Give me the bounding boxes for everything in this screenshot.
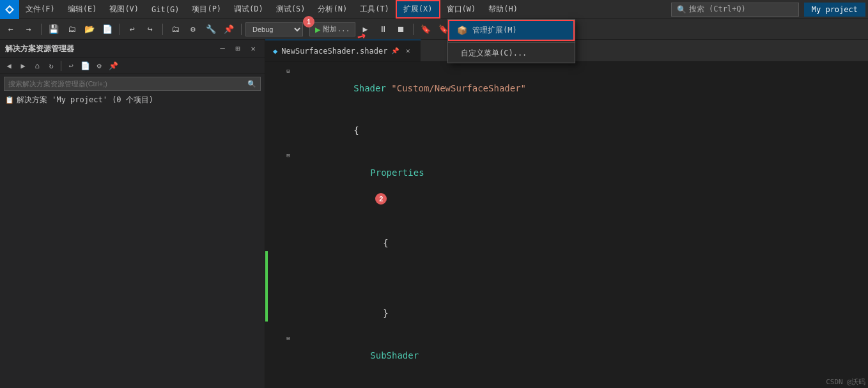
code-content-9: { [297, 376, 868, 388]
sidebar-toolbar: ◀ ▶ ⌂ ↻ ↩ 📄 ⚙ 📌 [0, 58, 265, 74]
menu-file[interactable]: 文件(F) [19, 0, 61, 19]
fold-btn-1[interactable]: ⊟ [284, 67, 292, 75]
project-button[interactable]: My project [804, 3, 865, 17]
code-content-8: SubShader [297, 334, 868, 376]
code-line-5 [265, 264, 868, 278]
separator-1 [41, 24, 42, 35]
menu-view[interactable]: 视图(V) [103, 0, 145, 19]
code-editor[interactable]: ⊟ Shader "Custom/NewSurfaceShader" { ⊟ [265, 62, 868, 388]
redo-button[interactable]: ↪ [142, 22, 159, 37]
watermark: CSDN @沃码 [826, 377, 865, 387]
sidebar-title: 解决方案资源管理器 [5, 43, 74, 54]
solution-explorer-button[interactable]: 🗂 [167, 22, 183, 37]
code-content-4: { [297, 222, 868, 264]
new-file-button[interactable]: 📄 [99, 22, 116, 37]
dropdown-customize-menu[interactable]: 自定义菜单(C)... [448, 44, 575, 63]
menu-test[interactable]: 测试(S) [270, 0, 312, 19]
tab-label: NewSurfaceShader.shader [281, 47, 387, 56]
save-all-button[interactable]: 🗂 [63, 22, 80, 37]
code-content-3: Properties 2 [297, 151, 868, 222]
sidebar-search-icon: 🔍 [247, 80, 256, 88]
forward-button[interactable]: → [20, 22, 37, 37]
fold-btn-8[interactable]: ⊟ [284, 334, 292, 342]
sidebar-header-icons: ─ ⊞ ✕ [216, 42, 260, 55]
search-placeholder-text: 搜索 (Ctrl+Q) [689, 4, 746, 15]
undo-button[interactable]: ↩ [124, 22, 141, 37]
toolbar: ← → 💾 🗂 📂 📄 ↩ ↪ 🗂 ⚙ 🔧 📌 Debug Release ▶ … [0, 19, 868, 40]
menu-window[interactable]: 窗口(W) [440, 0, 483, 19]
editor-area: ◆ NewSurfaceShader.shader 📌 ✕ ⊟ Shader "… [265, 40, 868, 388]
solution-icon: 📋 [5, 96, 14, 104]
separator-3 [162, 24, 163, 35]
toolbar-more-3[interactable]: ⏹ [392, 22, 409, 37]
sidebar-search-box[interactable]: 🔍 [4, 77, 261, 91]
code-line-7: } [265, 292, 868, 334]
title-right: 🔍 搜索 (Ctrl+Q) My project [671, 3, 868, 17]
tab-shader[interactable]: ◆ NewSurfaceShader.shader 📌 ✕ [265, 40, 421, 61]
code-content-2: { [297, 109, 868, 151]
search-icon: 🔍 [677, 5, 686, 14]
menu-tools[interactable]: 工具(T) [353, 0, 396, 19]
menu-project[interactable]: 项目(P) [185, 0, 228, 19]
toolbar-more-2[interactable]: ⏸ [375, 22, 391, 37]
sidebar-close-button[interactable]: ✕ [247, 42, 260, 55]
sidebar-undo-btn[interactable]: ↩ [65, 59, 77, 72]
menu-bar: 文件(F) 编辑(E) 视图(V) Git(G) 项目(P) 调试(D) 测试(… [19, 0, 671, 19]
toolbar-bookmark-1[interactable]: 🔖 [417, 22, 434, 37]
sidebar-settings-btn[interactable]: ⚙ [93, 59, 105, 72]
fold-btn-3[interactable]: ⊟ [284, 151, 292, 159]
tab-pin-icon: 📌 [391, 47, 399, 54]
tab-icon: ◆ [273, 47, 277, 56]
global-search-box[interactable]: 🔍 搜索 (Ctrl+Q) [671, 3, 799, 17]
code-content-7: } [297, 292, 868, 334]
app-logo [0, 0, 19, 19]
separator-2 [120, 24, 120, 35]
title-bar: 文件(F) 编辑(E) 视图(V) Git(G) 项目(P) 调试(D) 测试(… [0, 0, 868, 19]
manage-ext-label: 管理扩展(M) [472, 25, 517, 36]
run-attach-button[interactable]: ▶ 附加... [309, 22, 355, 36]
menu-extensions[interactable]: 扩展(X) [396, 0, 440, 19]
sidebar-home-btn[interactable]: ⌂ [31, 59, 43, 72]
menu-debug[interactable]: 调试(D) [228, 0, 270, 19]
back-button[interactable]: ← [3, 22, 19, 37]
sidebar-forward-btn[interactable]: ▶ [17, 59, 29, 72]
sidebar-item-label: 解决方案 'My project' (0 个项目) [17, 95, 153, 105]
badge-2: 2 [375, 193, 387, 205]
code-line-1: ⊟ Shader "Custom/NewSurfaceShader" [265, 67, 868, 109]
main-layout: 解决方案资源管理器 ─ ⊞ ✕ ◀ ▶ ⌂ ↻ ↩ 📄 ⚙ 📌 🔍 📋 [0, 40, 868, 388]
sidebar-search-input[interactable] [8, 80, 247, 88]
tab-close-button[interactable]: ✕ [403, 46, 413, 56]
pin-button[interactable]: 📌 [221, 22, 237, 37]
sidebar-item-solution[interactable]: 📋 解决方案 'My project' (0 个项目) [0, 93, 265, 107]
extensions-dropdown: 📦 管理扩展(M) 自定义菜单(C)... [447, 19, 575, 63]
dropdown-sep [448, 42, 575, 43]
menu-help[interactable]: 帮助(H) [482, 0, 524, 19]
sidebar-new-btn[interactable]: 📄 [79, 59, 91, 72]
code-line-9: { [265, 376, 868, 388]
sidebar-back-btn[interactable]: ◀ [3, 59, 15, 72]
sidebar-refresh-btn[interactable]: ↻ [45, 59, 58, 72]
git-button[interactable]: ⚙ [185, 22, 201, 37]
menu-git[interactable]: Git(G) [145, 0, 185, 19]
menu-edit[interactable]: 编辑(E) [61, 0, 104, 19]
separator-5 [413, 24, 414, 35]
menu-analyze[interactable]: 分析(N) [311, 0, 353, 19]
code-content-1: Shader "Custom/NewSurfaceShader" [297, 67, 868, 109]
manage-ext-icon: 📦 [457, 26, 467, 35]
sidebar-dock-button[interactable]: ⊞ [231, 42, 244, 55]
save-button[interactable]: 💾 [45, 22, 62, 37]
run-label: 附加... [323, 24, 350, 34]
config-dropdown[interactable]: Debug Release [245, 22, 303, 36]
code-line-6 [265, 278, 868, 292]
run-icon: ▶ [315, 24, 320, 35]
change-indicator [265, 251, 268, 322]
line-gutter-1: ⊟ [272, 67, 297, 75]
settings-button[interactable]: 🔧 [203, 22, 219, 37]
sidebar: 解决方案资源管理器 ─ ⊞ ✕ ◀ ▶ ⌂ ↻ ↩ 📄 ⚙ 📌 🔍 📋 [0, 40, 265, 388]
dropdown-manage-extensions[interactable]: 📦 管理扩展(M) [448, 20, 575, 41]
open-button[interactable]: 📂 [81, 22, 98, 37]
line-gutter-3: ⊟ [272, 151, 297, 159]
line-gutter-8: ⊟ [272, 334, 297, 342]
sidebar-pin2-btn[interactable]: 📌 [107, 59, 120, 72]
sidebar-pin-button[interactable]: ─ [216, 42, 229, 55]
